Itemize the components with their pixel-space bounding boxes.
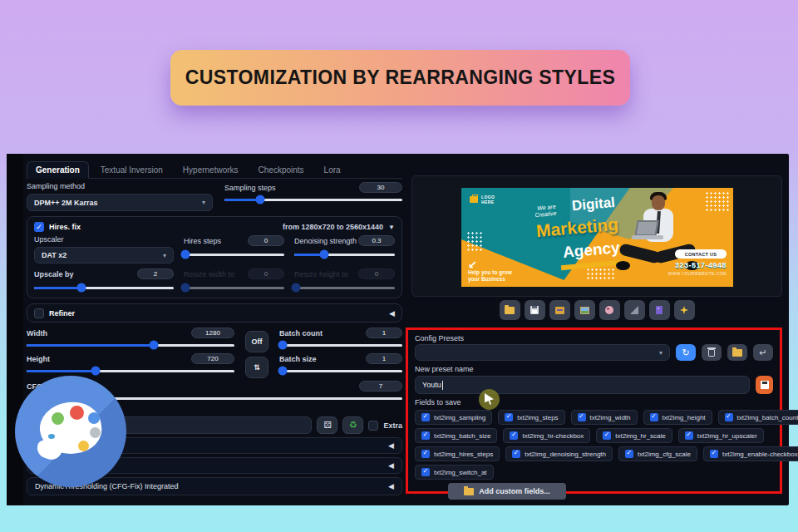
open-presets-folder-button[interactable] [727,344,747,361]
field-checkbox-chip[interactable]: txt2img_hr-checkbox [503,428,590,443]
resize-height-label: Resize height to [294,270,348,278]
add-custom-fields-button[interactable]: Add custom fields... [448,483,566,500]
save-zip-button[interactable] [549,300,570,320]
height-slider[interactable] [27,366,234,376]
hires-resolution-note[interactable]: from 1280x720 to 2560x1440 ▼ [283,223,395,231]
tab-hypernetworks[interactable]: Hypernetworks [175,162,247,178]
upscale-by-slider[interactable] [34,283,174,293]
paint-dot-green [52,412,64,425]
chevron-down-icon: ▾ [659,349,663,357]
resize-height-slider[interactable] [294,283,395,293]
briefcase-icon [470,196,478,203]
flower-card-icon [656,306,663,314]
denoising-strength-label: Denoising strength [294,237,357,245]
field-checkbox-chip[interactable]: txt2img_hr_scale [596,428,672,443]
image-preview-panel[interactable]: LOGOHERE We areCreative Digital Marketin… [411,175,782,297]
refiner-checkbox[interactable] [34,308,44,318]
random-seed-button[interactable]: ⚄ [317,416,337,434]
field-checkbox-chip[interactable]: txt2img_width [571,410,638,425]
checkbox-icon[interactable] [505,413,513,421]
collapse-triangle-icon[interactable]: ◀ [389,309,395,318]
sampling-steps-slider[interactable] [224,195,402,204]
swap-dimensions-button[interactable]: ⇅ [245,357,268,378]
hires-off-button[interactable]: Off [245,331,268,352]
width-value[interactable]: 1280 [191,328,234,338]
paint-dot-gray [90,427,101,438]
field-checkbox-chip[interactable]: txt2img_enable-checkbox [703,446,798,461]
batch-count-slider[interactable] [279,340,402,350]
send-to-inpaint-button[interactable] [599,300,620,320]
checkbox-icon[interactable] [578,413,586,421]
hires-steps-value[interactable]: 0 [248,235,284,246]
denoising-strength-slider[interactable] [294,249,395,259]
batch-size-value[interactable]: 1 [366,353,402,364]
sampling-steps-value[interactable]: 30 [359,182,402,193]
save-preset-button[interactable] [756,376,773,394]
checkbox-icon[interactable] [625,450,633,458]
resize-width-value[interactable]: 0 [248,268,284,279]
field-checkbox-chip[interactable]: txt2img_height [643,410,712,425]
checkbox-icon[interactable] [725,413,733,421]
cfg-scale-value[interactable]: 7 [359,381,402,392]
delete-preset-button[interactable] [702,344,722,361]
checkbox-icon[interactable] [510,431,518,440]
banner-dots [466,231,483,253]
collapse-triangle-icon[interactable]: ◀ [388,482,394,490]
checkbox-icon[interactable] [421,450,430,458]
tab-checkpoints[interactable]: Checkpoints [250,162,313,178]
send-to-extras-button[interactable] [624,300,645,320]
save-image-button[interactable] [525,300,545,320]
tab-textual-inversion[interactable]: Textual Inversion [92,162,171,178]
return-arrow-icon: ↵ [759,347,766,358]
hires-fix-checkbox[interactable]: ✓ [34,222,44,232]
checkbox-icon[interactable] [421,431,430,440]
hires-fix-panel: ✓ Hires. fix from 1280x720 to 2560x1440 … [27,216,402,298]
tab-lora[interactable]: Lora [316,162,349,178]
batch-size-slider[interactable] [279,366,402,376]
checkbox-icon[interactable] [603,431,611,440]
enhance-button[interactable] [674,300,695,320]
restore-button[interactable]: ↵ [753,344,773,361]
field-checkbox-chip[interactable]: txt2img_cfg_scale [618,446,697,461]
new-preset-name-input[interactable]: Youtu [415,376,750,394]
config-presets-dropdown[interactable]: ▾ [415,344,670,361]
checkbox-icon[interactable] [421,413,430,421]
card-button[interactable] [649,300,670,320]
hires-steps-slider[interactable] [184,249,284,259]
field-checkbox-chip[interactable]: txt2img_sampling [415,410,492,425]
upscaler-dropdown[interactable]: DAT x2 ▾ [34,247,174,264]
send-to-img2img-button[interactable] [574,300,595,320]
field-checkbox-chip[interactable]: txt2img_switch_at [415,465,494,480]
checkbox-icon[interactable] [685,431,693,440]
resize-height-value[interactable]: 0 [358,268,395,279]
batch-count-value[interactable]: 1 [366,328,402,338]
field-checkbox-chip[interactable]: txt2img_batch_size [415,428,497,443]
resize-width-slider[interactable] [184,283,284,293]
reuse-seed-button[interactable]: ♻ [342,416,363,434]
tab-generation[interactable]: Generation [27,161,89,179]
width-slider[interactable] [27,340,234,350]
field-checkbox-chip[interactable]: txt2img_hr_upscaler [678,428,764,443]
checkbox-icon[interactable] [710,450,718,458]
extra-seed-checkbox[interactable] [368,421,378,431]
field-checkbox-chip[interactable]: txt2img_denoising_strength [505,446,613,461]
paint-dot-yellow [78,441,89,451]
checkbox-icon[interactable] [512,450,520,458]
denoising-strength-value[interactable]: 0.3 [358,235,395,246]
height-value[interactable]: 720 [191,353,234,364]
sampling-method-dropdown[interactable]: DPM++ 2M Karras ▾ [27,194,213,211]
field-checkbox-chip[interactable]: txt2img_steps [498,410,564,425]
collapse-triangle-icon[interactable]: ◀ [388,461,394,470]
open-folder-button[interactable] [500,300,520,320]
upscale-by-value[interactable]: 2 [137,268,174,279]
arrow-down-left-icon: ↙ [468,262,512,268]
apply-preset-button[interactable]: ↻ [676,344,696,361]
field-checkbox-chip[interactable]: txt2img_batch_count [718,410,798,425]
collapse-triangle-icon[interactable]: ◀ [388,441,394,450]
refiner-accordion[interactable]: Refiner ◀ [27,303,402,323]
field-checkbox-chip[interactable]: txt2img_hires_steps [415,446,500,461]
generated-image[interactable]: LOGOHERE We areCreative Digital Marketin… [461,188,733,287]
mouse-cursor [479,389,500,410]
checkbox-icon[interactable] [650,413,658,421]
checkbox-icon[interactable] [421,468,430,476]
